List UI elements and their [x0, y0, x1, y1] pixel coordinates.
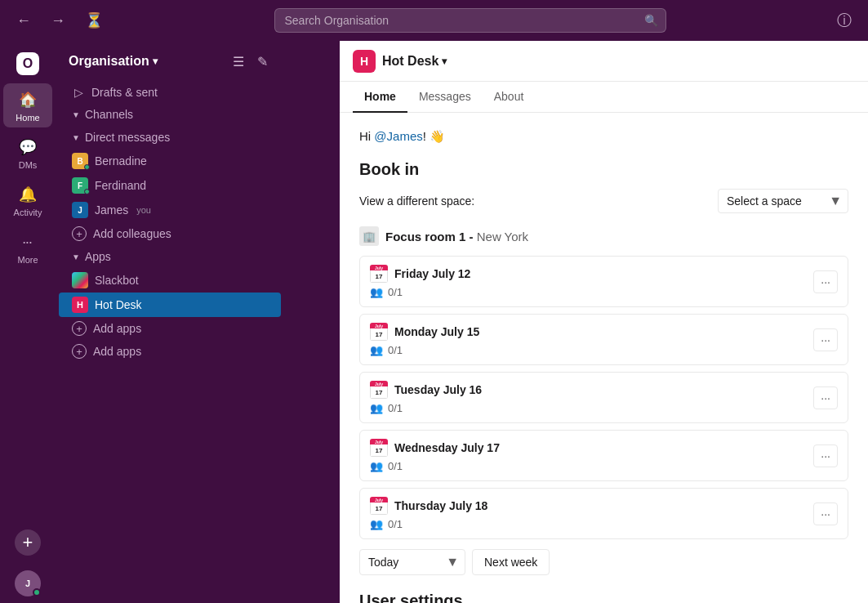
tab-home[interactable]: Home	[353, 82, 407, 113]
capacity-2: 0/1	[388, 402, 403, 414]
cal-icon-0: July 17	[370, 265, 388, 283]
date-label-3: July 17 Wednesday July 17	[370, 439, 500, 457]
rail-item-activity[interactable]: 🔔 Activity	[3, 178, 52, 222]
date-text-0: Friday July 12	[394, 267, 470, 280]
cal-bottom-4: 17	[370, 502, 388, 515]
help-button[interactable]: ⓘ	[830, 7, 858, 34]
more-icon: •••	[16, 230, 39, 253]
tab-messages[interactable]: Messages	[407, 82, 483, 113]
dms-icon: 💬	[16, 136, 39, 159]
add-colleagues-button[interactable]: + Add colleagues	[59, 222, 281, 245]
channels-label: Channels	[85, 108, 133, 121]
dm-item-bernadine[interactable]: B Bernadine	[59, 149, 281, 173]
more-btn-4[interactable]: ···	[813, 502, 838, 525]
today-select[interactable]: Today	[359, 549, 465, 575]
rail-item-home[interactable]: 🏠 Home	[3, 83, 52, 127]
compose-button[interactable]: ✎	[254, 51, 271, 73]
status-dot	[33, 588, 41, 596]
user-avatar-rail[interactable]: J	[3, 570, 52, 596]
cal-top-2: July	[370, 381, 388, 386]
room-name-text: Focus room 1	[385, 230, 465, 243]
james-initials: J	[78, 206, 82, 215]
bernadine-initials: B	[77, 157, 82, 166]
week-nav: Today ▼ Next week	[359, 549, 848, 575]
sidebar-title[interactable]: Organisation ▾	[69, 54, 158, 69]
people-icon-1: 👥	[370, 344, 383, 356]
select-space[interactable]: Select a space	[718, 189, 848, 213]
more-btn-3[interactable]: ···	[813, 444, 838, 467]
people-icon-0: 👥	[370, 286, 383, 298]
room-separator: -	[465, 230, 476, 243]
ferdinand-status	[84, 189, 90, 194]
capacity-row-4: 👥 0/1	[370, 518, 487, 530]
add-apps-button-2[interactable]: + Add apps	[59, 340, 281, 363]
back-button[interactable]: ←	[10, 9, 38, 33]
cal-bottom-1: 17	[370, 328, 388, 341]
drafts-label: Drafts & sent	[91, 86, 158, 99]
rail-label-home: Home	[16, 113, 39, 123]
sidebar-actions: ☰ ✎	[229, 51, 271, 73]
rail-label-more: More	[17, 255, 38, 265]
filter-button[interactable]: ☰	[229, 51, 247, 73]
left-panel: Organisation ▾ ☰ ✎ ▷ Drafts & sent ▼ Cha…	[56, 41, 340, 603]
rail-item-more[interactable]: ••• More	[3, 226, 52, 270]
date-info-1: July 17 Monday July 15 👥 0/1	[370, 323, 479, 356]
user-settings-title: User settings	[359, 592, 848, 603]
dm-item-james[interactable]: J James you	[59, 198, 281, 222]
rail-label-activity: Activity	[14, 208, 42, 217]
capacity-1: 0/1	[388, 344, 403, 356]
dm-item-ferdinand[interactable]: F Ferdinand	[59, 173, 281, 198]
history-button[interactable]: ⏳	[78, 8, 109, 33]
channels-chevron: ▼	[72, 110, 80, 119]
next-week-button[interactable]: Next week	[472, 549, 550, 575]
greeting-hi: Hi	[359, 129, 371, 143]
room-name: Focus room 1 - New York	[385, 230, 528, 243]
workspace-icon: O	[16, 52, 39, 75]
sidebar-item-hotdesk[interactable]: H Hot Desk	[59, 293, 281, 317]
hotdesk-logo: H	[353, 50, 376, 73]
cal-top-4: July	[370, 497, 388, 502]
forward-button[interactable]: →	[44, 9, 72, 33]
cal-top-3: July	[370, 439, 388, 444]
dm-chevron: ▼	[72, 133, 80, 142]
content-title[interactable]: Hot Desk ▾	[382, 54, 447, 69]
activity-icon: 🔔	[16, 183, 39, 206]
people-icon-2: 👥	[370, 402, 383, 414]
view-space-label: View a different space:	[359, 194, 474, 208]
slackbot-name: Slackbot	[95, 274, 139, 287]
room-header: 🏢 Focus room 1 - New York	[359, 226, 848, 246]
search-input[interactable]	[274, 8, 666, 33]
ferdinand-initials: F	[78, 181, 82, 190]
james-avatar: J	[72, 202, 88, 218]
add-apps-button-1[interactable]: + Add apps	[59, 317, 281, 340]
ferdinand-name: Ferdinand	[95, 179, 146, 192]
sidebar-title-chevron: ▾	[153, 56, 158, 67]
sidebar-item-drafts[interactable]: ▷ Drafts & sent	[59, 82, 281, 103]
add-workspace-button[interactable]: +	[3, 525, 52, 561]
workspace-button[interactable]: O	[3, 47, 52, 80]
apps-section-header[interactable]: ▼ Apps	[59, 245, 281, 268]
more-btn-2[interactable]: ···	[813, 386, 838, 409]
more-btn-0[interactable]: ···	[813, 270, 838, 293]
rail-item-dms[interactable]: 💬 DMs	[3, 131, 52, 175]
capacity-4: 0/1	[388, 518, 403, 530]
dm-section-header[interactable]: ▼ Direct messages	[59, 126, 281, 149]
cal-icon-3: July 17	[370, 439, 388, 457]
today-select-wrapper: Today ▼	[359, 549, 465, 575]
tab-about[interactable]: About	[483, 82, 536, 113]
content-tabs: Home Messages About	[340, 82, 868, 113]
rail-label-dms: DMs	[19, 160, 38, 170]
date-text-3: Wednesday July 17	[394, 441, 500, 454]
capacity-row-3: 👥 0/1	[370, 460, 500, 472]
people-icon-4: 👥	[370, 518, 383, 530]
content-app-name: Hot Desk	[382, 54, 438, 69]
date-label-0: July 17 Friday July 12	[370, 265, 470, 283]
wave-emoji: 👋	[430, 129, 445, 143]
sidebar-item-slackbot[interactable]: Slackbot	[59, 268, 281, 293]
search-bar: 🔍	[274, 8, 666, 33]
channels-section-header[interactable]: ▼ Channels	[59, 103, 281, 126]
more-btn-1[interactable]: ···	[813, 328, 838, 351]
date-text-1: Monday July 15	[394, 325, 479, 338]
view-space-row: View a different space: Select a space ▼	[359, 189, 848, 213]
cal-top-0: July	[370, 265, 388, 270]
